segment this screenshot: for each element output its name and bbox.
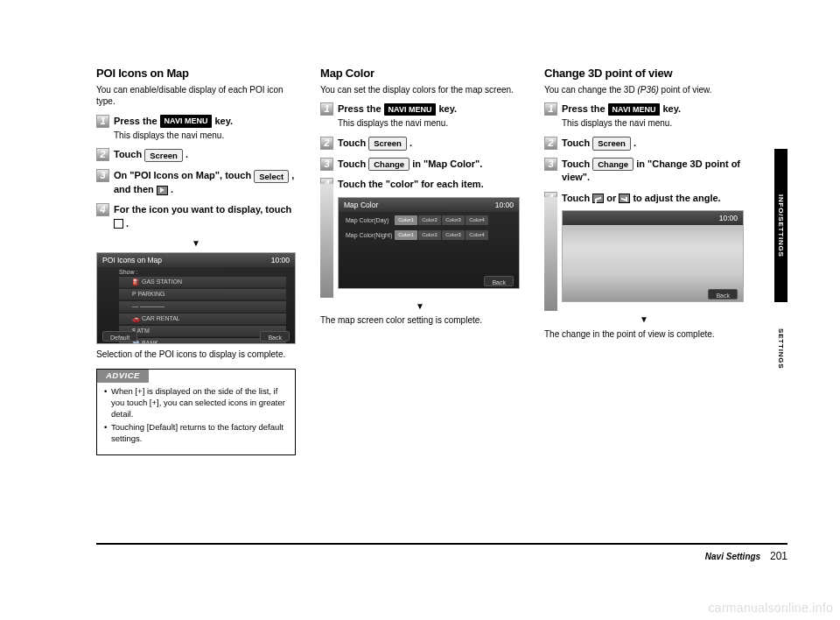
screen-button: Screen	[368, 137, 407, 150]
step-number-2: 2	[544, 137, 557, 150]
step2-text: Touch Screen .	[338, 137, 520, 151]
step-number-3: 3	[544, 158, 557, 171]
swatch-night-1: Color1	[395, 230, 417, 240]
step1-text: Press the NAVI MENU key.	[114, 115, 296, 128]
step-number-1: 1	[544, 102, 557, 116]
swatch-day-4: Color4	[466, 215, 488, 225]
step-4: 4 For the icon you want to display, touc…	[96, 203, 296, 230]
navi-menu-key: NAVI MENU	[608, 103, 661, 116]
step-2: 2 Touch Screen .	[320, 137, 520, 151]
swatch-day-3: Color3	[442, 215, 465, 225]
step-1: 1 Press the NAVI MENU key. This displays…	[544, 102, 744, 130]
column-map-color: Map Color You can set the display colors…	[320, 66, 520, 455]
column-poi-icons: POI Icons on Map You can enable/disable …	[96, 66, 296, 455]
step4-text: Touch or to adjust the angle.	[562, 192, 744, 205]
change-button: Change	[368, 158, 410, 171]
angle-down-icon	[619, 194, 630, 203]
navi-menu-key: NAVI MENU	[384, 103, 437, 116]
footer-rule	[96, 543, 788, 545]
ss-day-label: Map Color(Day)	[346, 216, 394, 224]
arrow-down-icon: ▼	[96, 237, 296, 250]
ss-clock: 10:00	[719, 214, 738, 222]
swatch-day-2: Color2	[418, 215, 441, 225]
step-4: 4 Touch the "color" for each item. Map C…	[320, 178, 520, 292]
arrow-down-icon: ▼	[320, 300, 520, 313]
advice-box: ADVICE When [+] is displayed on the side…	[96, 369, 296, 455]
checkbox-icon	[114, 219, 123, 229]
step-1: 1 Press the NAVI MENU key. This displays…	[96, 115, 296, 142]
step-3: 3 On "POI Icons on Map", touch Select , …	[96, 169, 296, 196]
intro-poi: You can enable/disable display of each P…	[96, 84, 296, 108]
screen-button: Screen	[592, 137, 631, 150]
step-number-4: 4	[96, 203, 109, 216]
advice-title: ADVICE	[97, 370, 149, 383]
step2-text: Touch Screen .	[562, 137, 744, 151]
step4-text: Touch the "color" for each item.	[338, 178, 520, 191]
column-3d-view: Change 3D point of view You can change t…	[544, 66, 744, 455]
ss-row-parking: P PARKING	[119, 289, 286, 300]
ss-back-button: Back	[260, 331, 290, 342]
ss-back-button: Back	[484, 276, 514, 286]
ss-title: Map Color	[344, 201, 378, 209]
advice-item-2: Touching [Default] returns to the factor…	[104, 422, 288, 445]
screenshot-map-color: Map Color 10:00 Map Color(Day) Color1 Co…	[338, 197, 520, 289]
play-icon	[157, 186, 168, 195]
step-number-2: 2	[96, 148, 109, 161]
step-number-1: 1	[96, 115, 109, 128]
navi-menu-key: NAVI MENU	[160, 115, 213, 128]
screenshot-3d-view: 10:00 Back	[562, 210, 744, 302]
step-number-1: 1	[320, 102, 333, 116]
swatch-night-2: Color2	[418, 230, 441, 240]
screenshot-poi-list: POI Icons on Map 10:00 Show : ⛽ GAS STAT…	[96, 252, 296, 344]
ss-night-label: Map Color(Night)	[346, 231, 394, 239]
step2-text: Touch Screen .	[114, 148, 296, 162]
heading-poi: POI Icons on Map	[96, 66, 296, 81]
page-number: 201	[770, 550, 788, 562]
content-columns: POI Icons on Map You can enable/disable …	[96, 66, 744, 455]
step3-text: On "POI Icons on Map", touch Select , an…	[114, 169, 296, 196]
step-3: 3 Touch Change in "Map Color".	[320, 158, 520, 172]
step-3: 3 Touch Change in "Change 3D point of vi…	[544, 158, 744, 185]
footer-label: Navi Settings 201	[705, 550, 788, 562]
ss-title: POI Icons on Map	[102, 256, 162, 264]
step1-text: Press the NAVI MENU key.	[338, 102, 520, 116]
manual-page: POI Icons on Map You can enable/disable …	[96, 66, 744, 455]
step1-desc: This displays the navi menu.	[114, 130, 296, 142]
ss-show-label: Show :	[97, 267, 295, 277]
ss-row-blank: — ————	[119, 301, 286, 313]
select-button: Select	[254, 170, 289, 183]
swatch-night-4: Color4	[466, 230, 488, 240]
ss-back-button: Back	[708, 289, 738, 299]
change-button: Change	[592, 158, 634, 171]
step-number-3: 3	[96, 169, 109, 182]
step-2: 2 Touch Screen .	[96, 148, 296, 162]
angle-up-icon	[592, 194, 604, 203]
ss-clock: 10:00	[271, 256, 290, 264]
side-tab-settings: SETTINGS	[774, 320, 788, 377]
step-number-3: 3	[320, 158, 333, 171]
footer-section: Navi Settings	[705, 552, 760, 561]
side-tab-info-settings: INFO/SETTINGS	[774, 149, 788, 302]
ss-row-car-rental: 🚗 CAR RENTAL	[119, 314, 286, 325]
arrow-down-icon: ▼	[544, 314, 744, 326]
step4-text: For the icon you want to display, touch …	[114, 203, 296, 230]
caption-poi: Selection of the POI icons to display is…	[96, 349, 296, 361]
step-1: 1 Press the NAVI MENU key. This displays…	[320, 102, 520, 130]
heading-3d: Change 3D point of view	[544, 66, 744, 81]
ss-clock: 10:00	[495, 201, 514, 209]
advice-item-1: When [+] is displayed on the side of the…	[104, 386, 288, 419]
intro-map-color: You can set the display colors for the m…	[320, 84, 520, 96]
step1-desc: This displays the navi menu.	[562, 117, 744, 130]
step-2: 2 Touch Screen .	[544, 137, 744, 151]
step1-text: Press the NAVI MENU key.	[562, 102, 744, 116]
swatch-day-1: Color1	[395, 215, 417, 225]
step1-desc: This displays the navi menu.	[338, 117, 520, 130]
step3-text: Touch Change in "Change 3D point of view…	[562, 158, 744, 185]
step-4: 4 Touch or to adjust the angle. 10:00	[544, 192, 744, 306]
step-number-2: 2	[320, 137, 333, 150]
swatch-night-3: Color3	[442, 230, 465, 240]
heading-map-color: Map Color	[320, 66, 520, 81]
caption-3d: The change in the point of view is compl…	[544, 328, 744, 341]
intro-3d: You can change the 3D (P36) point of vie…	[544, 84, 744, 96]
caption-map-color: The map screen color setting is complete…	[320, 314, 520, 327]
